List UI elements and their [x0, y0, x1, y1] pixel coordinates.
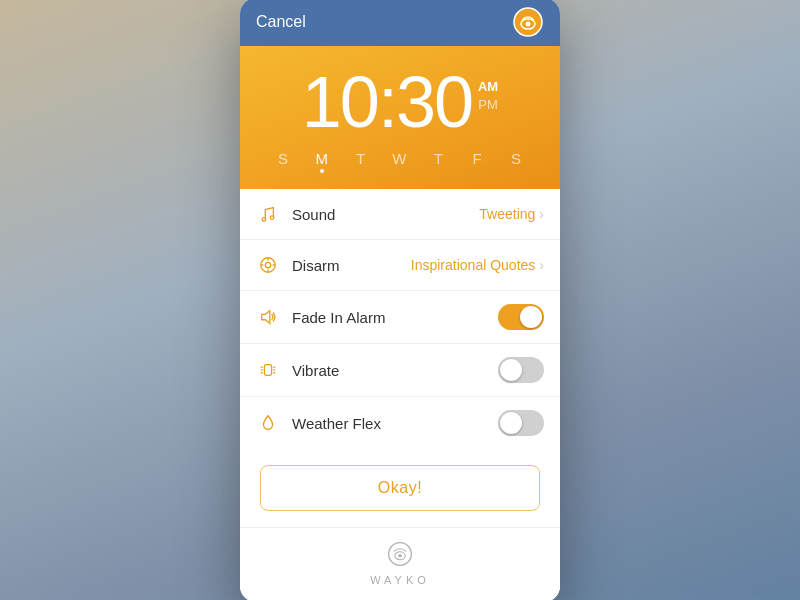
fade-label: Fade In Alarm [292, 309, 498, 326]
disarm-value: Inspirational Quotes [411, 257, 536, 273]
time-section: 10:30 AM PM S M T W T F S [240, 46, 560, 189]
settings-list: Sound Tweeting › Disarm Inspirational Qu… [240, 189, 560, 449]
svg-marker-11 [262, 311, 270, 324]
music-icon [256, 202, 280, 226]
svg-rect-12 [264, 365, 271, 376]
sound-chevron: › [539, 206, 544, 222]
fade-row: Fade In Alarm [240, 291, 560, 344]
header-bar: Cancel [240, 0, 560, 46]
weather-label: Weather Flex [292, 415, 498, 432]
disarm-row[interactable]: Disarm Inspirational Quotes › [240, 240, 560, 291]
brand-label: WAYKO [370, 574, 430, 586]
sound-label: Sound [292, 206, 479, 223]
weather-toggle-knob [500, 412, 522, 434]
svg-point-6 [265, 262, 270, 267]
phone-card: Cancel 10:30 AM PM S M T W T F [240, 0, 560, 600]
footer: WAYKO [240, 527, 560, 600]
wayko-logo-icon [386, 540, 414, 568]
day-tue[interactable]: T [347, 150, 375, 173]
vibrate-toggle[interactable] [498, 357, 544, 383]
disarm-icon [256, 253, 280, 277]
vibrate-icon [256, 358, 280, 382]
svg-point-21 [398, 554, 402, 558]
weather-row: Weather Flex [240, 397, 560, 449]
pm-button[interactable]: PM [478, 96, 498, 114]
time-display: 10:30 AM PM [256, 66, 544, 138]
am-button[interactable]: AM [478, 78, 498, 96]
svg-point-4 [270, 216, 274, 220]
day-wed[interactable]: W [386, 150, 414, 173]
day-thu[interactable]: T [425, 150, 453, 173]
okay-section: Okay! [240, 449, 560, 527]
okay-button[interactable]: Okay! [260, 465, 540, 511]
day-mon[interactable]: M [308, 150, 336, 173]
fade-toggle-knob [520, 306, 542, 328]
weather-toggle[interactable] [498, 410, 544, 436]
eye-icon-header [512, 6, 544, 38]
volume-icon [256, 305, 280, 329]
cancel-button[interactable]: Cancel [256, 13, 306, 31]
day-sun[interactable]: S [269, 150, 297, 173]
days-row: S M T W T F S [256, 150, 544, 173]
disarm-chevron: › [539, 257, 544, 273]
vibrate-row: Vibrate [240, 344, 560, 397]
ampm-stack: AM PM [472, 66, 498, 114]
vibrate-label: Vibrate [292, 362, 498, 379]
fade-toggle[interactable] [498, 304, 544, 330]
sound-value: Tweeting [479, 206, 535, 222]
day-fri[interactable]: F [464, 150, 492, 173]
disarm-label: Disarm [292, 257, 411, 274]
vibrate-toggle-knob [500, 359, 522, 381]
day-sat[interactable]: S [502, 150, 530, 173]
time-value[interactable]: 10:30 [302, 66, 472, 138]
weather-icon [256, 411, 280, 435]
svg-point-3 [262, 218, 266, 222]
sound-row[interactable]: Sound Tweeting › [240, 189, 560, 240]
svg-point-2 [526, 22, 531, 27]
